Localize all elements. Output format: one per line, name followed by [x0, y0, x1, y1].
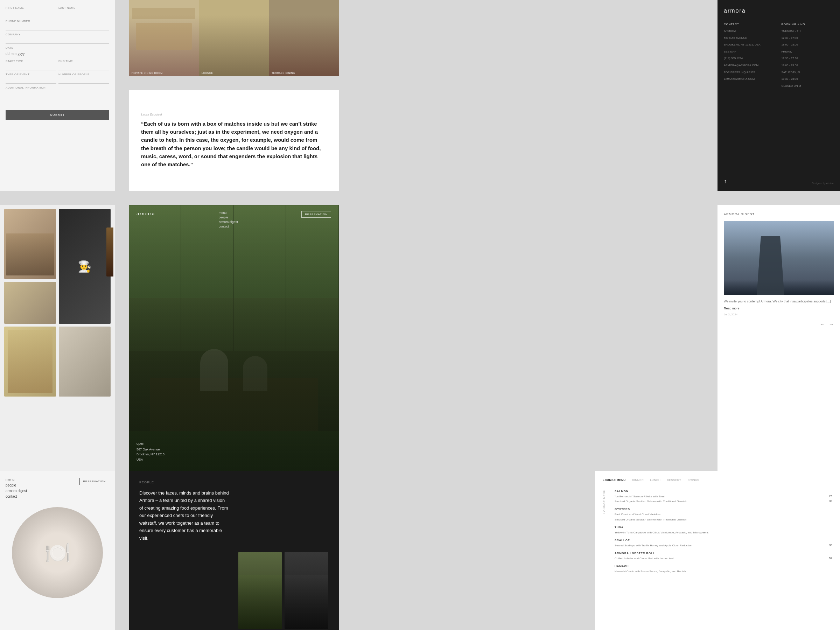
- tab-dinner[interactable]: DINNER: [632, 478, 644, 482]
- hero-menu-list: menu people armora digest contact: [219, 211, 238, 229]
- contact-hours-8: 10:30 - 23:00: [782, 77, 834, 82]
- contact-hours-9: CLOSED ON M: [782, 84, 834, 88]
- hero-menu-item-contact[interactable]: contact: [219, 225, 238, 228]
- contact-press-email: EMMA@ARMORA.COM: [724, 77, 776, 82]
- hero-address-line1: 567 Oak Avenue: [136, 448, 159, 451]
- salmon-item-2-name: Smoked Organic Scottish Salmon with Trad…: [614, 499, 823, 503]
- contact-address-3: BROOKLYN, NY 11215, USA: [724, 43, 776, 47]
- reservation-form-panel: FIRST NAME LAST NAME PHONE NUMBER COMPAN…: [0, 0, 115, 191]
- menu-col-label: LOUNGE MENU: [603, 489, 606, 513]
- scroll-up-arrow[interactable]: ↑: [724, 178, 726, 185]
- lounge-image: LOUNGE: [199, 0, 269, 76]
- quote-author: Laura Esquivel: [141, 113, 327, 116]
- company-input[interactable]: [6, 38, 109, 44]
- bottom-nav-people[interactable]: people: [6, 483, 27, 487]
- hero-navigation: armora menu people armora digest contact…: [136, 211, 331, 229]
- contact-hours-2: 12:30 - 17:30: [782, 36, 834, 41]
- contact-hours-5: 12:30 - 17:30: [782, 56, 834, 61]
- salmon-item-2-price: 38: [829, 499, 832, 503]
- contact-address-col: Contact ARMORA 567 OAK AVENUE BROOKLYN, …: [724, 23, 776, 90]
- hero-open-status: open: [136, 442, 164, 445]
- oysters-item-1-name: East Coast and West Coast Varieties: [614, 512, 832, 516]
- digest-image: [724, 221, 834, 295]
- bottom-nav-digest[interactable]: armora digest: [6, 489, 27, 493]
- gallery-item-3: [4, 282, 56, 324]
- lobster-item-1-price: 52: [829, 556, 832, 561]
- end-time-select[interactable]: [58, 64, 109, 70]
- scallop-item-1-price: 38: [829, 543, 832, 547]
- event-type-label: TYPE OF EVENT: [6, 73, 56, 76]
- lobster-item-1-name: Chilled Lobster and Caviar Roll with Lem…: [614, 556, 823, 561]
- menu-content: LOUNGE MENU SALMON “Le Bernardin” Salmon…: [603, 489, 832, 578]
- hero-menu-item-menu[interactable]: menu: [219, 211, 238, 215]
- menu-item: Yellowfin Tuna Carpaccio with Citrus Vin…: [614, 531, 832, 534]
- last-name-label: LAST NAME: [58, 6, 109, 9]
- venue-images-panel: PRIVATE DINING ROOM LOUNGE TERRACE DININ…: [129, 0, 339, 76]
- terrace-dining-label: TERRACE DINING: [272, 72, 295, 74]
- date-input[interactable]: [6, 51, 109, 57]
- hero-reservation-button[interactable]: RESERVATION: [302, 211, 331, 218]
- people-section-label: PEOPLE: [139, 480, 328, 484]
- tab-lounge-menu[interactable]: LOUNGE MENU: [603, 478, 626, 482]
- scallop-item-1-name: Seared Scallops with Truffle Honey and A…: [614, 543, 823, 547]
- num-people-label: NUMBER OF PEOPLE: [58, 73, 109, 76]
- hero-address-line2: Brooklyn, NY 11215: [136, 453, 164, 456]
- hero-menu-item-people[interactable]: people: [219, 216, 238, 219]
- start-time-select[interactable]: [6, 64, 56, 70]
- phone-label: PHONE NUMBER: [6, 20, 109, 23]
- bottom-reservation-button[interactable]: RESERVATION: [79, 478, 109, 485]
- hero-panel: armora menu people armora digest contact…: [129, 205, 339, 471]
- event-type-select[interactable]: [6, 77, 56, 84]
- people-image-2: [284, 552, 328, 629]
- start-time-label: START TIME: [6, 60, 56, 63]
- tab-lunch[interactable]: LUNCH: [650, 478, 660, 482]
- submit-button[interactable]: SUBMIT: [6, 110, 109, 120]
- hero-menu-item-digest[interactable]: armora digest: [219, 220, 238, 224]
- menu-item: Chilled Lobster and Caviar Roll with Lem…: [614, 556, 832, 561]
- digest-prev-arrow[interactable]: ←: [820, 321, 824, 327]
- digest-read-more-link[interactable]: Read more: [724, 306, 834, 310]
- company-label: COMPANY: [6, 33, 109, 36]
- last-name-input[interactable]: [58, 11, 109, 17]
- gallery-item-4: [4, 327, 56, 396]
- people-main-text: Discover the faces, minds and brains beh…: [139, 489, 230, 542]
- bottom-nav-menu[interactable]: menu: [6, 478, 27, 482]
- menu-item: Smoked Organic Scottish Salmon with Trad…: [614, 499, 832, 503]
- salmon-title: SALMON: [614, 489, 832, 493]
- designed-by-text: Designed by Artside: [812, 182, 834, 185]
- phone-input[interactable]: [6, 24, 109, 30]
- tab-dessert[interactable]: DESSERT: [667, 478, 681, 482]
- num-people-input[interactable]: [58, 77, 109, 84]
- bottom-nav-header: menu people armora digest contact RESERV…: [6, 478, 109, 500]
- contact-logo: armora: [724, 8, 834, 14]
- bottom-nav-contact[interactable]: contact: [6, 494, 27, 498]
- contact-see-map[interactable]: SEE MAP: [724, 49, 776, 54]
- digest-date: Jul 2, 2024: [724, 313, 834, 316]
- quote-panel: Laura Esquivel “Each of us is born with …: [129, 90, 339, 191]
- contact-address-2: 567 OAK AVENUE: [724, 36, 776, 41]
- hamachi-item-1-name: Hamachi Crudo with Ponzu Sauce, Jalapeño…: [614, 570, 832, 573]
- digest-next-arrow[interactable]: →: [829, 321, 834, 327]
- tuna-title: TUNA: [614, 526, 832, 529]
- digest-intro-text: We invite you to contempl Armora. We cit…: [724, 299, 834, 304]
- tab-drinks[interactable]: DRINKS: [687, 478, 699, 482]
- digest-section-title: ARMORA DIGEST: [724, 212, 834, 216]
- people-section-panel: PEOPLE Discover the faces, minds and bra…: [129, 471, 339, 630]
- salmon-item-1-price: 26: [829, 494, 832, 498]
- menu-item: Seared Scallops with Truffle Honey and A…: [614, 543, 832, 547]
- people-text-column: Discover the faces, minds and brains beh…: [139, 489, 230, 629]
- first-name-input[interactable]: [6, 11, 56, 17]
- date-label: DATE: [6, 46, 109, 49]
- menu-item: East Coast and West Coast Varieties: [614, 512, 832, 516]
- oysters-title: OYSTERS: [614, 507, 832, 511]
- additional-info-textarea[interactable]: [6, 90, 109, 103]
- contact-hours-6: 18:00 - 23:00: [782, 63, 834, 68]
- lounge-label: LOUNGE: [202, 72, 213, 74]
- contact-hours-1: TUESDAY - TH: [782, 29, 834, 33]
- bottom-nav-panel: menu people armora digest contact RESERV…: [0, 471, 115, 630]
- menu-tabs: LOUNGE MENU DINNER LUNCH DESSERT DRINKS: [603, 478, 832, 484]
- hamachi-title: HAMACHI: [614, 565, 832, 568]
- gallery-panel: 👨‍🍳: [0, 205, 115, 471]
- lobster-title: ARMORA LOBSTER ROLL: [614, 552, 832, 555]
- menu-item: Hamachi Crudo with Ponzu Sauce, Jalapeño…: [614, 570, 832, 573]
